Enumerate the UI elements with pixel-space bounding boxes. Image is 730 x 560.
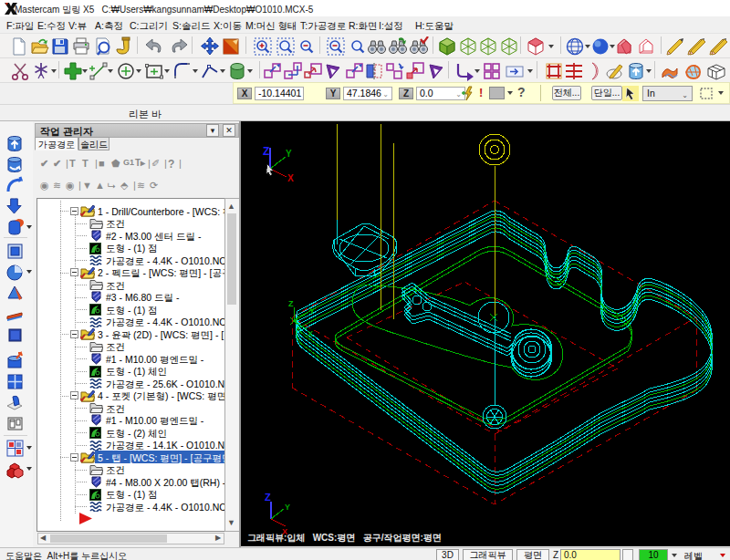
svg-text:Y: Y — [286, 149, 292, 159]
svg-text:Y: Y — [285, 503, 290, 512]
svg-text:그래픽뷰:입체 WCS:평면 공구/작업평면:평면: 그래픽뷰:입체 WCS:평면 공구/작업평면:평면 — [247, 533, 442, 543]
svg-text:Y: Y — [309, 306, 315, 316]
svg-text:X: X — [308, 329, 313, 338]
svg-text:Z: Z — [263, 145, 269, 158]
svg-text:Z: Z — [265, 492, 271, 503]
svg-text:Z: Z — [288, 299, 294, 308]
svg-text:X: X — [287, 173, 294, 183]
